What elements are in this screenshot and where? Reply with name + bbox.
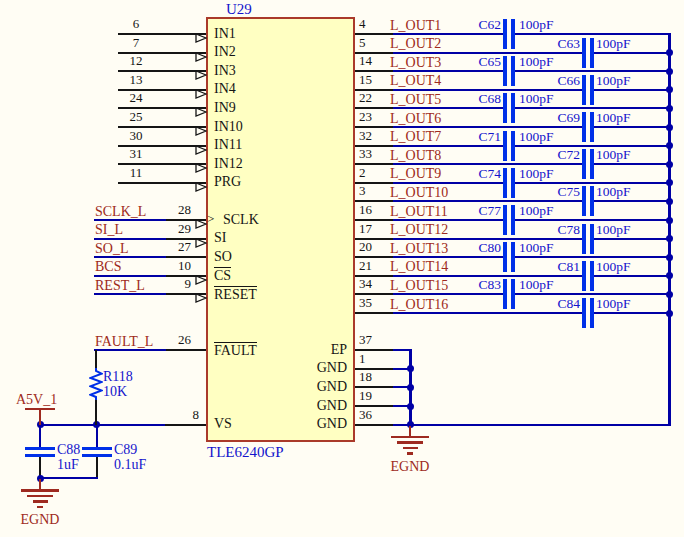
- cap-value: 100pF: [519, 55, 554, 70]
- pin-arrow-icon: [195, 271, 207, 281]
- net-label: SI_L: [95, 222, 123, 237]
- cap-plate: [511, 131, 515, 161]
- ground-bar: [407, 452, 413, 455]
- pin-name: IN11: [214, 137, 242, 152]
- clock-arrow-icon: >: [207, 212, 214, 226]
- cap-plate: [82, 447, 112, 450]
- cap-value: 100pF: [519, 130, 554, 145]
- pin-name: VS: [214, 416, 232, 431]
- ground-stub: [39, 479, 41, 489]
- cap-ref: C68: [460, 92, 501, 107]
- pin-number: 22: [359, 91, 372, 105]
- cap-plate: [511, 279, 515, 309]
- pin-number: 7: [110, 36, 162, 50]
- pin-number: 10: [140, 259, 191, 273]
- resistor-zigzag-icon: [89, 368, 103, 400]
- cap-value: 100pF: [519, 241, 554, 256]
- pin-line: [355, 424, 393, 426]
- cap-value: 100pF: [596, 37, 631, 52]
- cap-value: 100pF: [596, 111, 631, 126]
- cap-plate: [25, 447, 55, 450]
- pin-arrow-icon: [195, 66, 207, 76]
- pin-number: 25: [110, 110, 162, 124]
- net-label: L_OUT1: [390, 18, 441, 33]
- cap-bus: [668, 33, 671, 426]
- net-wire: [515, 107, 671, 109]
- net-wire: [594, 238, 671, 240]
- net-label: L_OUT6: [390, 111, 441, 126]
- cap-ref: C88: [57, 442, 80, 457]
- pin-name: RESET: [214, 286, 257, 302]
- ground-bar: [403, 447, 418, 450]
- cap-value: 0.1uF: [114, 457, 146, 472]
- net-wire: [515, 145, 671, 147]
- pin-arrow-icon: [195, 159, 207, 169]
- pin-name-text: FAULT: [214, 342, 257, 358]
- pin-name: PRG: [214, 174, 241, 189]
- cap-plate: [582, 112, 586, 142]
- cap-value: 100pF: [596, 260, 631, 275]
- ic-part-number: TLE6240GP: [207, 444, 284, 460]
- pin-number: 30: [110, 129, 162, 143]
- cap-plate: [503, 131, 507, 161]
- pin-arrow-icon: [195, 122, 207, 132]
- net-wire: [594, 200, 671, 202]
- cap-plate: [590, 298, 594, 328]
- cap-plate: [590, 186, 594, 216]
- cap-plate: [503, 93, 507, 123]
- cap-plate: [590, 261, 594, 291]
- pin-number: 9: [140, 277, 191, 291]
- pin-name: GND: [280, 416, 347, 431]
- pin-arrow-icon: [195, 48, 207, 58]
- power-stub: [39, 409, 41, 425]
- cap-plate: [511, 93, 515, 123]
- cap-ref: C74: [460, 167, 501, 182]
- pin-arrow-icon: [195, 215, 207, 225]
- net-wire: [594, 312, 671, 314]
- pin-number: 13: [110, 73, 162, 87]
- ground-label-left: EGND: [12, 512, 68, 527]
- ground-stub: [409, 426, 411, 436]
- cap-plate: [582, 298, 586, 328]
- cap-ref: C62: [460, 18, 501, 33]
- pin-name: IN10: [214, 119, 243, 134]
- pin-name: SCLK: [223, 212, 259, 227]
- pin-number: 16: [359, 203, 372, 217]
- cap-value: 100pF: [596, 297, 631, 312]
- pin-number: 33: [359, 147, 372, 161]
- net-wire: [94, 349, 168, 351]
- pin-arrow-icon: [195, 29, 207, 39]
- net-label: L_OUT5: [390, 92, 441, 107]
- pin-name: IN1: [214, 26, 236, 41]
- net-wire: [393, 33, 503, 35]
- cap-plate: [511, 242, 515, 272]
- pin-number: 14: [359, 54, 372, 68]
- pin-name: EP: [280, 342, 347, 357]
- gnd-return-wire: [409, 424, 671, 426]
- net-wire: [594, 163, 671, 165]
- net-wire: [393, 107, 503, 109]
- pin-name: SI: [214, 230, 226, 245]
- ic-designator: U29: [226, 1, 252, 17]
- net-label: L_OUT13: [390, 241, 448, 256]
- pin-number: 32: [359, 129, 372, 143]
- pin-line: [118, 182, 206, 184]
- cap-plate: [582, 38, 586, 68]
- net-wire: [393, 293, 503, 295]
- cap-plate: [503, 205, 507, 235]
- cap-plate: [511, 56, 515, 86]
- net-label: L_OUT3: [390, 55, 441, 70]
- pin-number: 1: [359, 352, 366, 366]
- cap-plate: [511, 205, 515, 235]
- net-label: L_OUT16: [390, 297, 448, 312]
- power-rail-label: A5V_1: [16, 392, 57, 407]
- pin-number: 18: [359, 370, 372, 384]
- net-wire: [594, 52, 671, 54]
- ground-label-right: EGND: [382, 459, 438, 474]
- pin-arrow-icon: [195, 141, 207, 151]
- cap-ref: C72: [539, 148, 580, 163]
- cap-value: 100pF: [596, 185, 631, 200]
- cap-ref: C66: [539, 74, 580, 89]
- cap-plate: [582, 261, 586, 291]
- cap-ref: C77: [460, 204, 501, 219]
